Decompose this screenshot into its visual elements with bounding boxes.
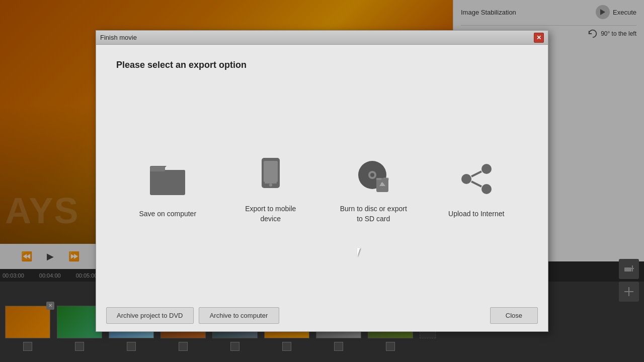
dialog-header: Please select an export option bbox=[116, 60, 528, 70]
svg-rect-6 bbox=[150, 170, 185, 195]
svg-point-10 bbox=[269, 184, 272, 187]
disc-icon bbox=[351, 151, 396, 197]
svg-point-18 bbox=[481, 164, 492, 174]
finish-movie-dialog: Finish movie ✕ Please select an export o… bbox=[96, 30, 548, 332]
svg-point-17 bbox=[381, 183, 383, 185]
upload-internet-option[interactable]: Upload to Internet bbox=[434, 149, 519, 227]
archive-buttons: Archive project to DVD Archive to comput… bbox=[106, 307, 482, 324]
svg-point-20 bbox=[481, 184, 492, 194]
svg-point-14 bbox=[370, 173, 374, 177]
archive-computer-button[interactable]: Archive to computer bbox=[199, 307, 279, 324]
modal-overlay: Finish movie ✕ Please select an export o… bbox=[0, 0, 644, 362]
dialog-title: Finish movie bbox=[100, 34, 137, 41]
svg-rect-7 bbox=[150, 166, 165, 171]
export-mobile-option[interactable]: Export to mobile device bbox=[228, 144, 313, 231]
save-computer-label: Save on computer bbox=[139, 209, 196, 219]
archive-dvd-button[interactable]: Archive project to DVD bbox=[106, 307, 194, 324]
folder-icon bbox=[145, 156, 190, 202]
svg-rect-9 bbox=[264, 161, 278, 182]
close-dialog-button[interactable]: Close bbox=[490, 307, 538, 324]
export-options-container: Save on computer Export to mobile device bbox=[116, 90, 528, 285]
share-icon bbox=[454, 156, 499, 202]
save-on-computer-option[interactable]: Save on computer bbox=[125, 149, 210, 227]
svg-line-22 bbox=[471, 182, 481, 187]
dialog-close-button[interactable]: ✕ bbox=[534, 33, 544, 43]
mobile-icon bbox=[248, 151, 293, 197]
svg-rect-11 bbox=[265, 182, 277, 184]
svg-point-19 bbox=[461, 174, 471, 184]
dialog-body: Please select an export option Save on c… bbox=[96, 45, 548, 300]
dialog-titlebar: Finish movie ✕ bbox=[96, 31, 548, 45]
svg-line-21 bbox=[471, 171, 481, 176]
export-mobile-label: Export to mobile device bbox=[235, 204, 306, 224]
burn-disc-option[interactable]: Burn to disc or export to SD card bbox=[331, 144, 416, 231]
burn-disc-label: Burn to disc or export to SD card bbox=[338, 204, 409, 224]
dialog-footer: Archive project to DVD Archive to comput… bbox=[96, 300, 548, 331]
upload-internet-label: Upload to Internet bbox=[448, 209, 504, 219]
